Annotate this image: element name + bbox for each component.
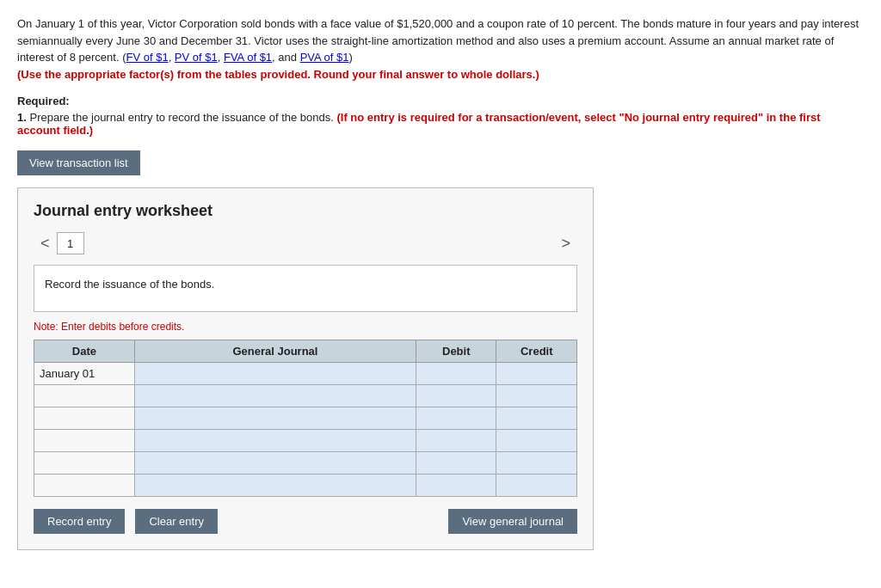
date-cell <box>34 385 135 407</box>
date-cell <box>34 475 135 497</box>
next-button[interactable]: > <box>554 233 577 254</box>
prev-button[interactable]: < <box>34 233 57 254</box>
debit-input-cell[interactable] <box>416 475 496 497</box>
credit-input[interactable] <box>496 475 576 496</box>
gj-input-cell[interactable] <box>134 452 416 475</box>
debit-input[interactable] <box>416 386 496 407</box>
instruction-text: Record the issuance of the bonds. <box>45 278 214 291</box>
credit-input-cell[interactable] <box>496 363 577 385</box>
debit-input-cell[interactable] <box>416 363 496 385</box>
debit-input[interactable] <box>416 408 496 429</box>
table-row <box>34 385 577 407</box>
note-text: Note: Enter debits before credits. <box>34 321 577 333</box>
table-row <box>34 430 577 452</box>
gj-input-cell[interactable] <box>134 430 416 452</box>
date-cell <box>34 452 135 475</box>
view-transaction-button[interactable]: View transaction list <box>17 150 140 175</box>
required-item1: 1. Prepare the journal entry to record t… <box>17 111 864 137</box>
credit-input[interactable] <box>496 386 576 407</box>
bottom-buttons: Record entry Clear entry View general jo… <box>34 509 577 534</box>
bold-instruction: (Use the appropriate factor(s) from the … <box>17 68 539 81</box>
gj-input-cell[interactable] <box>134 475 416 497</box>
col-header-date: Date <box>34 340 135 363</box>
date-cell <box>34 407 135 430</box>
col-header-credit: Credit <box>496 340 577 363</box>
worksheet-title: Journal entry worksheet <box>34 202 577 220</box>
pva-link[interactable]: PVA of $1 <box>300 51 349 64</box>
worksheet-container: Journal entry worksheet < 1 > Record the… <box>17 187 594 550</box>
table-row: January 01 <box>34 363 577 385</box>
debit-input[interactable] <box>416 431 496 451</box>
record-entry-button[interactable]: Record entry <box>34 509 125 534</box>
gj-input-cell[interactable] <box>134 385 416 407</box>
debit-input[interactable] <box>416 453 496 474</box>
credit-input[interactable] <box>496 408 576 429</box>
gj-input-cell[interactable] <box>134 407 416 430</box>
debit-input-cell[interactable] <box>416 385 496 407</box>
credit-input-cell[interactable] <box>496 452 577 475</box>
debit-input[interactable] <box>416 475 496 496</box>
view-general-journal-button[interactable]: View general journal <box>448 509 577 534</box>
date-cell <box>34 430 135 452</box>
instruction-box: Record the issuance of the bonds. <box>34 265 577 312</box>
credit-input-cell[interactable] <box>496 475 577 497</box>
page-number: 1 <box>57 232 84 254</box>
gj-input[interactable] <box>135 408 416 429</box>
col-header-debit: Debit <box>416 340 496 363</box>
credit-input-cell[interactable] <box>496 430 577 452</box>
required-item1-bold: 1. <box>17 111 27 124</box>
required-label: Required: <box>17 95 864 107</box>
credit-input-cell[interactable] <box>496 407 577 430</box>
credit-input[interactable] <box>496 431 576 451</box>
required-section: Required: 1. Prepare the journal entry t… <box>17 95 864 137</box>
journal-table: Date General Journal Debit Credit Januar… <box>34 340 577 497</box>
fv-link[interactable]: FV of $1 <box>126 51 168 64</box>
fva-link[interactable]: FVA of $1 <box>224 51 272 64</box>
table-row <box>34 475 577 497</box>
required-item1-text: Prepare the journal entry to record the … <box>29 111 333 124</box>
intro-paragraph: On January 1 of this year, Victor Corpor… <box>17 15 864 83</box>
gj-input-cell[interactable] <box>134 363 416 385</box>
debit-input-cell[interactable] <box>416 452 496 475</box>
table-row <box>34 407 577 430</box>
col-header-gj: General Journal <box>134 340 416 363</box>
pv-link[interactable]: PV of $1 <box>175 51 218 64</box>
debit-input-cell[interactable] <box>416 430 496 452</box>
gj-input[interactable] <box>135 475 416 496</box>
date-cell: January 01 <box>34 363 135 385</box>
gj-input[interactable] <box>135 386 416 407</box>
gj-input[interactable] <box>135 431 416 451</box>
credit-input[interactable] <box>496 364 576 384</box>
credit-input-cell[interactable] <box>496 385 577 407</box>
clear-entry-button[interactable]: Clear entry <box>135 509 218 534</box>
gj-input[interactable] <box>135 453 416 474</box>
gj-input[interactable] <box>135 364 416 384</box>
intro-links: (FV of $1, PV of $1, FVA of $1, and PVA … <box>122 51 353 64</box>
nav-row: < 1 > <box>34 232 577 254</box>
credit-input[interactable] <box>496 453 576 474</box>
debit-input[interactable] <box>416 364 496 384</box>
debit-input-cell[interactable] <box>416 407 496 430</box>
table-row <box>34 452 577 475</box>
